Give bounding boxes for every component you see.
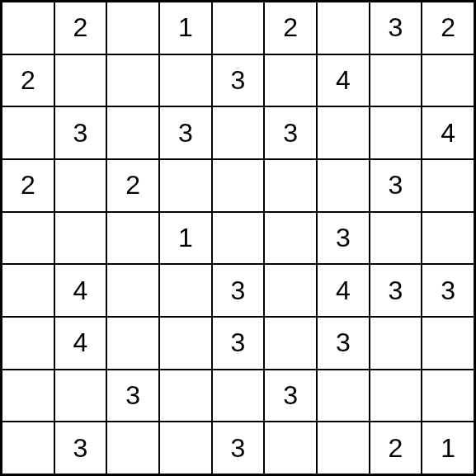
cell-4-0[interactable] [2,212,54,265]
cell-8-7[interactable]: 2 [370,422,422,474]
cell-1-2[interactable] [106,54,159,107]
cell-6-3[interactable] [159,317,212,370]
cell-7-8[interactable] [422,370,474,422]
cell-8-3[interactable] [159,422,212,474]
cell-4-3[interactable]: 1 [159,212,212,265]
cell-2-6[interactable] [317,106,370,159]
cell-3-6[interactable] [317,159,370,212]
cell-8-5[interactable] [264,422,317,474]
cell-7-2[interactable]: 3 [106,370,159,422]
cell-2-1[interactable]: 3 [54,106,107,159]
cell-4-8[interactable] [422,212,474,265]
cell-5-4[interactable]: 3 [212,264,265,317]
cell-0-2[interactable] [106,2,159,54]
cell-2-7[interactable] [370,106,422,159]
cell-1-1[interactable] [54,54,107,107]
cell-5-8[interactable]: 3 [422,264,474,317]
cell-0-0[interactable] [2,2,54,54]
cell-0-3[interactable]: 1 [159,2,212,54]
cell-5-7[interactable]: 3 [370,264,422,317]
cell-7-3[interactable] [159,370,212,422]
cell-8-6[interactable] [317,422,370,474]
cell-0-7[interactable]: 3 [370,2,422,54]
cell-4-7[interactable] [370,212,422,265]
cell-5-5[interactable] [264,264,317,317]
cell-7-5[interactable]: 3 [264,370,317,422]
cell-6-1[interactable]: 4 [54,317,107,370]
cell-0-6[interactable] [317,2,370,54]
cell-6-0[interactable] [2,317,54,370]
cell-0-5[interactable]: 2 [264,2,317,54]
cell-3-2[interactable]: 2 [106,159,159,212]
cell-5-6[interactable]: 4 [317,264,370,317]
cell-8-0[interactable] [2,422,54,474]
cell-3-5[interactable] [264,159,317,212]
cell-3-7[interactable]: 3 [370,159,422,212]
cell-4-1[interactable] [54,212,107,265]
cell-7-1[interactable] [54,370,107,422]
cell-6-7[interactable] [370,317,422,370]
cell-6-5[interactable] [264,317,317,370]
cell-3-8[interactable] [422,159,474,212]
cell-1-0[interactable]: 2 [2,54,54,107]
cell-8-8[interactable]: 1 [422,422,474,474]
cell-0-1[interactable]: 2 [54,2,107,54]
cell-3-3[interactable] [159,159,212,212]
cell-4-5[interactable] [264,212,317,265]
cell-2-8[interactable]: 4 [422,106,474,159]
cell-1-8[interactable] [422,54,474,107]
cell-1-4[interactable]: 3 [212,54,265,107]
cell-0-8[interactable]: 2 [422,2,474,54]
cell-2-2[interactable] [106,106,159,159]
cell-3-4[interactable] [212,159,265,212]
cell-5-1[interactable]: 4 [54,264,107,317]
cell-2-4[interactable] [212,106,265,159]
cell-7-7[interactable] [370,370,422,422]
cell-3-1[interactable] [54,159,107,212]
cell-1-6[interactable]: 4 [317,54,370,107]
cell-4-4[interactable] [212,212,265,265]
cell-5-2[interactable] [106,264,159,317]
cell-7-0[interactable] [2,370,54,422]
puzzle-grid: 2 1 2 3 2 2 3 4 3 3 3 4 2 2 3 1 3 4 3 4 … [0,0,476,476]
cell-1-7[interactable] [370,54,422,107]
cell-8-1[interactable]: 3 [54,422,107,474]
cell-1-5[interactable] [264,54,317,107]
cell-6-6[interactable]: 3 [317,317,370,370]
cell-7-6[interactable] [317,370,370,422]
cell-5-0[interactable] [2,264,54,317]
cell-4-2[interactable] [106,212,159,265]
cell-1-3[interactable] [159,54,212,107]
cell-7-4[interactable] [212,370,265,422]
cell-8-4[interactable]: 3 [212,422,265,474]
cell-4-6[interactable]: 3 [317,212,370,265]
cell-6-4[interactable]: 3 [212,317,265,370]
cell-0-4[interactable] [212,2,265,54]
cell-2-0[interactable] [2,106,54,159]
cell-2-3[interactable]: 3 [159,106,212,159]
cell-3-0[interactable]: 2 [2,159,54,212]
cell-6-2[interactable] [106,317,159,370]
cell-5-3[interactable] [159,264,212,317]
cell-8-2[interactable] [106,422,159,474]
cell-2-5[interactable]: 3 [264,106,317,159]
cell-6-8[interactable] [422,317,474,370]
